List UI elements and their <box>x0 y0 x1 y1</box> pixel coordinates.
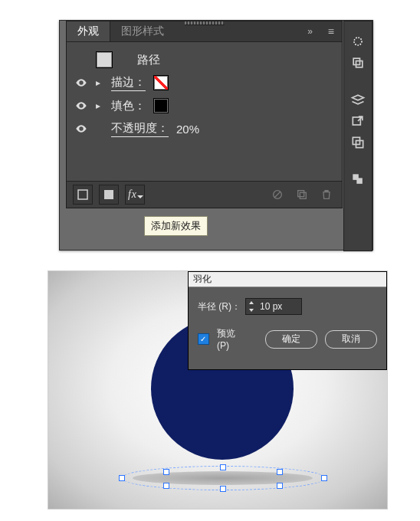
svg-rect-12 <box>353 117 360 125</box>
row-stroke[interactable]: ▸ 描边： <box>74 71 334 94</box>
svg-rect-3 <box>78 190 87 199</box>
svg-point-0 <box>80 82 83 84</box>
export-icon[interactable] <box>346 110 369 132</box>
expand-fill-icon[interactable]: ▸ <box>96 100 103 111</box>
svg-rect-16 <box>356 178 363 184</box>
duplicate-icon <box>296 188 308 201</box>
fill-label: 填色： <box>111 99 146 113</box>
appearance-rows: 路径 ▸ 描边： ▸ 填色： <box>67 42 342 140</box>
opacity-label[interactable]: 不透明度： <box>111 121 169 137</box>
svg-rect-7 <box>298 191 304 197</box>
eye-icon <box>75 100 87 112</box>
add-effect-tooltip: 添加新效果 <box>144 216 208 236</box>
expand-stroke-icon[interactable]: ▸ <box>96 77 103 88</box>
panel-grip[interactable] <box>185 21 225 25</box>
duplicate-item-button[interactable] <box>293 185 311 204</box>
svg-point-2 <box>80 128 83 130</box>
selection-handle[interactable] <box>277 469 283 475</box>
appearance-icon[interactable] <box>346 31 369 52</box>
tab-appearance[interactable]: 外观 <box>67 21 110 41</box>
visibility-toggle-opacity[interactable] <box>74 123 88 135</box>
selection-handle[interactable] <box>119 475 125 481</box>
trash-icon <box>320 188 333 201</box>
svg-rect-4 <box>104 190 113 199</box>
layers-icon[interactable] <box>346 89 369 110</box>
stage: 外观 图形样式 » ≡ 路径 ▸ <box>0 0 420 521</box>
dialog-title[interactable]: 羽化 <box>189 272 386 287</box>
svg-point-1 <box>80 105 83 107</box>
artboards-icon[interactable] <box>346 52 369 74</box>
radius-field: 半径 (R)： <box>198 298 377 315</box>
clear-appearance-button[interactable] <box>268 185 287 204</box>
svg-point-9 <box>354 38 362 45</box>
eye-icon <box>75 77 87 89</box>
preview-checkbox[interactable]: ✓ <box>198 333 209 345</box>
selection-handle[interactable] <box>163 469 169 475</box>
align-icon[interactable] <box>346 169 369 190</box>
stepper-up-icon[interactable] <box>246 299 257 306</box>
collapsed-panel-strip <box>343 21 372 251</box>
stepper-down-icon[interactable] <box>246 306 257 314</box>
delete-item-button[interactable] <box>317 185 336 204</box>
path-thumbnail <box>96 51 113 68</box>
visibility-toggle-fill[interactable] <box>74 100 88 112</box>
radius-label: 半径 (R)： <box>198 300 241 313</box>
panel-bottom-bar: fx <box>67 181 342 208</box>
row-opacity[interactable]: ▸ 不透明度： 20% <box>74 117 334 140</box>
cancel-button[interactable]: 取消 <box>325 330 377 349</box>
selection-handle[interactable] <box>277 483 283 489</box>
filled-square-icon <box>103 189 114 200</box>
pathfinder-icon[interactable] <box>346 132 369 153</box>
selection-handle[interactable] <box>220 464 226 470</box>
add-effect-button[interactable]: fx <box>125 185 145 205</box>
tab-graphic-styles[interactable]: 图形样式 <box>110 21 175 41</box>
panel-expand-icon[interactable]: » <box>301 26 320 37</box>
canvas-screenshot: 羽化 半径 (R)： ✓ 预览 (P) 确定 <box>48 270 388 510</box>
appearance-panel: 外观 图形样式 » ≡ 路径 ▸ <box>66 21 343 208</box>
radius-stepper[interactable] <box>245 298 302 315</box>
appearance-panel-screenshot: 外观 图形样式 » ≡ 路径 ▸ <box>59 20 373 251</box>
selection-handle[interactable] <box>321 475 327 481</box>
svg-rect-8 <box>300 192 306 198</box>
visibility-toggle-stroke[interactable] <box>74 77 88 89</box>
preview-label: 预览 (P) <box>217 327 250 351</box>
new-stroke-button[interactable] <box>73 185 93 205</box>
svg-line-6 <box>274 192 281 198</box>
ok-button[interactable]: 确定 <box>265 330 317 349</box>
row-path[interactable]: 路径 <box>74 48 334 71</box>
new-fill-button[interactable] <box>99 185 119 205</box>
panel-menu-icon[interactable]: ≡ <box>320 25 342 38</box>
stroke-swatch-none[interactable] <box>153 75 169 90</box>
path-name: 路径 <box>137 53 160 67</box>
fill-swatch[interactable] <box>153 98 169 113</box>
opacity-value[interactable]: 20% <box>176 123 199 136</box>
row-fill[interactable]: ▸ 填色： <box>74 94 334 117</box>
selection-handle[interactable] <box>163 483 169 489</box>
stroke-label[interactable]: 描边： <box>111 75 146 91</box>
no-entry-icon <box>271 188 284 201</box>
square-icon <box>77 189 88 200</box>
eye-icon <box>75 123 87 135</box>
radius-input[interactable] <box>257 300 301 313</box>
selection-handle[interactable] <box>220 486 226 492</box>
feather-dialog: 羽化 半径 (R)： ✓ 预览 (P) 确定 <box>188 271 387 370</box>
